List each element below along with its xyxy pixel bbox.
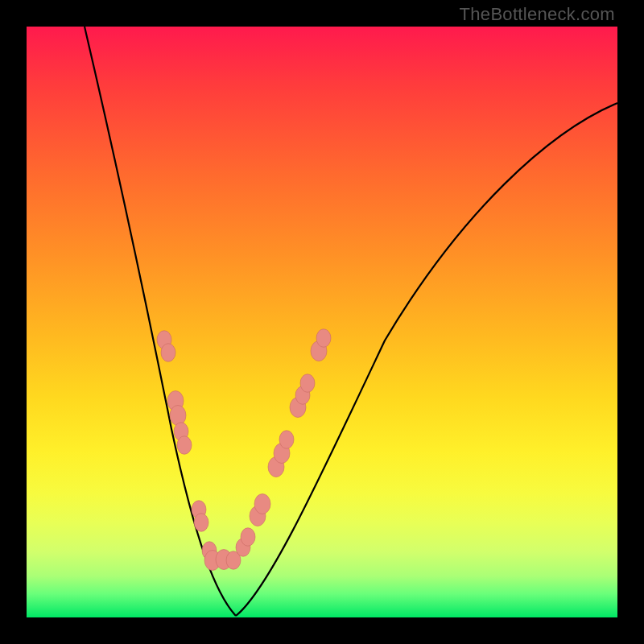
data-marker	[316, 329, 331, 348]
data-marker	[170, 406, 186, 426]
watermark-text: TheBottleneck.com	[460, 4, 615, 25]
right-curve	[236, 103, 617, 616]
marker-group	[157, 329, 331, 571]
data-marker	[177, 436, 192, 455]
outer-frame: TheBottleneck.com	[0, 0, 644, 644]
data-marker	[254, 494, 270, 514]
data-marker	[161, 344, 175, 362]
data-marker	[300, 374, 315, 393]
chart-svg	[27, 27, 617, 617]
data-marker	[279, 431, 294, 449]
left-curve	[85, 27, 236, 616]
data-marker	[194, 514, 208, 532]
data-marker	[241, 528, 255, 547]
